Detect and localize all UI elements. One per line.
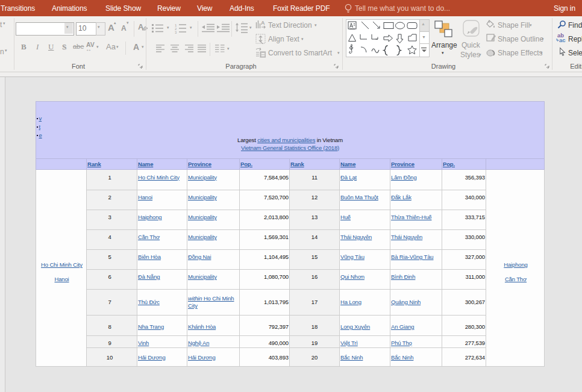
svg-text:A: A [261,20,265,26]
svg-text:ac: ac [559,37,566,43]
svg-text:3: 3 [175,31,177,34]
